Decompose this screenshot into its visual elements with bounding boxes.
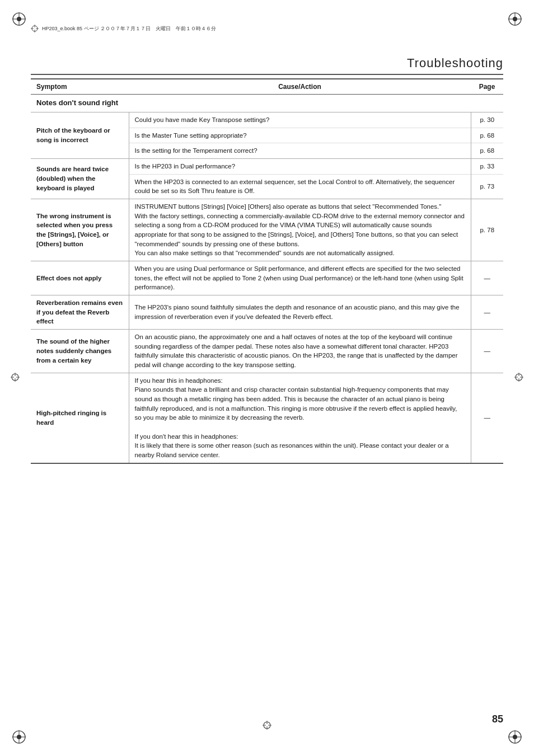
symptom-wrong-instrument: The wrong instrument is selected when yo… — [31, 199, 129, 261]
page-number: 85 — [492, 713, 503, 725]
cause-wrong-instrument: INSTRUMENT buttons [Strings] [Voice] [Ot… — [129, 199, 471, 261]
page-higher-notes: — — [471, 329, 503, 373]
table-row: High-pitched ringing is heard If you hea… — [31, 373, 503, 463]
col-header-cause: Cause/Action — [129, 79, 471, 95]
symptom-doubled: Sounds are heard twice (doubled) when th… — [31, 158, 129, 199]
table-row: Effect does not apply When you are using… — [31, 261, 503, 295]
page-doubled-1: p. 33 — [471, 158, 503, 174]
cause-doubled-2: When the HP203 is connected to an extern… — [129, 174, 471, 199]
col-header-symptom: Symptom — [31, 79, 129, 95]
symptom-reverb: Reverberation remains even if you defeat… — [31, 295, 129, 329]
symptom-ringing: High-pitched ringing is heard — [31, 373, 129, 463]
corner-mark-bl — [10, 728, 28, 746]
symptom-pitch: Pitch of the keyboard or song is incorre… — [31, 112, 129, 158]
page-reverb: — — [471, 295, 503, 329]
main-table: Symptom Cause/Action Page Notes don't so… — [31, 78, 503, 464]
left-mid-mark — [10, 372, 20, 384]
symptom-higher-notes: The sound of the higher notes suddenly c… — [31, 329, 129, 373]
cause-pitch-2: Is the Master Tune setting appropriate? — [129, 128, 471, 143]
right-mid-mark — [514, 372, 524, 384]
cause-ringing: If you hear this in headphones: Piano so… — [129, 373, 471, 463]
header-crosshair-left — [31, 25, 39, 32]
page-ringing: — — [471, 373, 503, 463]
page-effect: — — [471, 261, 503, 295]
col-header-page: Page — [471, 79, 503, 95]
page-title: Troubleshooting — [31, 56, 503, 71]
title-divider — [31, 74, 503, 75]
cause-reverb: The HP203's piano sound faithfully simul… — [129, 295, 471, 329]
table-row: The sound of the higher notes suddenly c… — [31, 329, 503, 373]
table-row: Reverberation remains even if you defeat… — [31, 295, 503, 329]
page-pitch-1: p. 30 — [471, 112, 503, 128]
page-doubled-2: p. 73 — [471, 174, 503, 199]
cause-higher-notes: On an acoustic piano, the approximately … — [129, 329, 471, 373]
table-row: Sounds are heard twice (doubled) when th… — [31, 158, 503, 174]
corner-mark-tr — [506, 10, 524, 28]
svg-point-7 — [513, 17, 517, 21]
header-text: HP203_e.book 85 ページ ２００７年７月１７日 火曜日 午前１０時… — [42, 25, 216, 32]
page-pitch-2: p. 68 — [471, 128, 503, 143]
svg-point-1 — [17, 17, 21, 21]
cause-doubled-1: Is the HP203 in Dual performance? — [129, 158, 471, 174]
table-row: Pitch of the keyboard or song is incorre… — [31, 112, 503, 128]
bottom-center-mark — [262, 720, 272, 732]
cause-pitch-1: Could you have made Key Transpose settin… — [129, 112, 471, 128]
section-label: Notes don't sound right — [31, 95, 503, 112]
section-header-row: Notes don't sound right — [31, 95, 503, 112]
header-bar: HP203_e.book 85 ページ ２００７年７月１７日 火曜日 午前１０時… — [31, 24, 503, 34]
cause-effect: When you are using Dual performance or S… — [129, 261, 471, 295]
table-row: The wrong instrument is selected when yo… — [31, 199, 503, 261]
svg-point-13 — [17, 735, 21, 739]
corner-mark-tl — [10, 10, 28, 28]
cause-pitch-3: Is the setting for the Temperament corre… — [129, 143, 471, 159]
corner-mark-br — [506, 728, 524, 746]
page-pitch-3: p. 68 — [471, 143, 503, 159]
page-wrong-instrument: p. 78 — [471, 199, 503, 261]
page-title-area: Troubleshooting — [31, 56, 503, 75]
svg-point-19 — [513, 735, 517, 739]
symptom-effect: Effect does not apply — [31, 261, 129, 295]
